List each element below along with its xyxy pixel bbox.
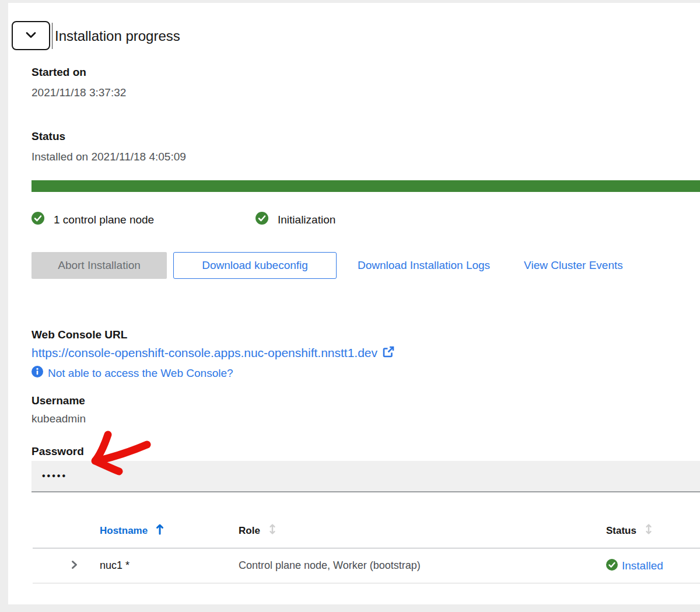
role-header-label: Role <box>239 525 260 537</box>
status-group: Status Installed on 2021/11/18 4:05:09 <box>32 129 700 165</box>
hosts-table: Hostname Role Status <box>33 513 700 583</box>
page-title: Installation progress <box>52 23 180 49</box>
check-circle-icon <box>256 212 268 228</box>
host-status-cell: Installed <box>606 559 700 573</box>
sort-ascending-icon <box>156 523 164 538</box>
hosts-table-header: Hostname Role Status <box>33 513 700 548</box>
username-label: Username <box>32 393 700 408</box>
password-label: Password <box>32 444 700 459</box>
web-console-troubleshoot-link[interactable]: Not able to access the Web Console? <box>48 367 233 380</box>
hostname-header-label: Hostname <box>100 525 148 537</box>
web-console-url-label: Web Console URL <box>32 327 700 342</box>
started-on-label: Started on <box>32 65 700 80</box>
check-circle-icon <box>32 212 44 228</box>
abort-installation-button[interactable]: Abort Installation <box>32 252 167 279</box>
host-role-cell: Control plane node, Worker (bootstrap) <box>239 559 606 572</box>
hostname-column-header[interactable]: Hostname <box>100 523 239 538</box>
status-label: Status <box>32 129 700 144</box>
chevron-down-icon <box>24 28 38 44</box>
actions-toolbar: Abort Installation Download kubeconfig D… <box>32 252 700 279</box>
username-value: kubeadmin <box>32 411 700 427</box>
check-circle-icon <box>606 559 618 573</box>
milestone-initialization: Initialization <box>256 212 335 228</box>
role-column-header[interactable]: Role <box>239 523 606 538</box>
password-field[interactable]: ••••• <box>32 461 700 492</box>
section-header: Installation progress <box>8 3 700 50</box>
milestones-row: 1 control plane node Initialization <box>32 212 700 228</box>
download-installation-logs-link[interactable]: Download Installation Logs <box>358 259 490 272</box>
username-group: Username kubeadmin <box>32 393 700 427</box>
collapse-section-button[interactable] <box>12 21 50 50</box>
status-header-label: Status <box>606 525 636 537</box>
download-kubeconfig-button[interactable]: Download kubeconfig <box>173 252 337 279</box>
started-on-group: Started on 2021/11/18 3:37:32 <box>32 65 700 101</box>
installation-progress-bar <box>32 180 700 192</box>
info-circle-icon <box>32 366 43 380</box>
started-on-value: 2021/11/18 3:37:32 <box>32 85 700 101</box>
host-status-link[interactable]: Installed <box>622 559 663 572</box>
status-column-header[interactable]: Status <box>606 523 700 538</box>
view-cluster-events-link[interactable]: View Cluster Events <box>524 259 623 272</box>
installation-progress-card: Installation progress Started on 2021/11… <box>8 3 700 604</box>
sort-icon <box>268 523 276 538</box>
milestone-label: 1 control plane node <box>54 214 154 226</box>
host-table-row: nuc1 * Control plane node, Worker (boots… <box>33 548 700 583</box>
web-console-group: Web Console URL https://console-openshif… <box>32 327 700 380</box>
web-console-url-link[interactable]: https://console-openshift-console.apps.n… <box>32 346 377 360</box>
password-masked-value: ••••• <box>32 471 67 481</box>
expand-row-icon[interactable] <box>68 559 80 573</box>
password-group: Password <box>32 444 700 459</box>
external-link-icon <box>382 345 395 361</box>
status-value: Installed on 2021/11/18 4:05:09 <box>32 149 700 165</box>
milestone-label: Initialization <box>278 214 335 226</box>
sort-icon <box>645 523 653 538</box>
milestone-control-plane: 1 control plane node <box>32 212 256 228</box>
host-hostname-cell: nuc1 * <box>100 559 239 572</box>
